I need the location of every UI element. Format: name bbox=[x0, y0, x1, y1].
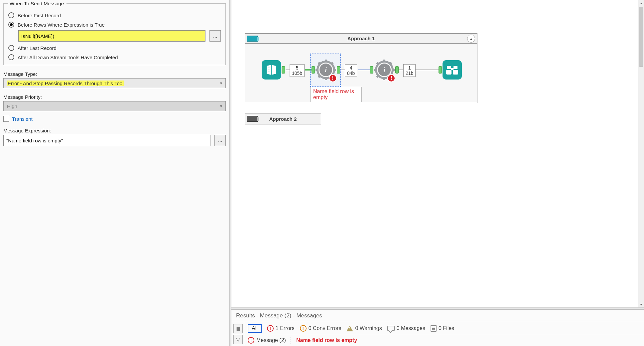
count-n: 5 bbox=[292, 65, 302, 71]
text-input-tool[interactable] bbox=[262, 60, 281, 80]
message-priority-label: Message Priority: bbox=[3, 94, 226, 100]
error-icon: ! bbox=[267, 325, 274, 332]
error-badge-icon: ! bbox=[329, 74, 337, 82]
when-to-send-fieldset: When To Send Message: Before First Recor… bbox=[3, 1, 226, 65]
right-pane: Approach 1 ▴ 5 bbox=[231, 0, 644, 346]
file-icon bbox=[431, 325, 437, 332]
radio-after-downstream[interactable]: After All Down Stream Tools Have Complet… bbox=[8, 54, 221, 60]
container-approach-1[interactable]: Approach 1 ▴ 5 bbox=[245, 33, 477, 103]
radio-icon bbox=[8, 12, 14, 18]
container-approach-2[interactable]: Approach 2 bbox=[245, 113, 321, 124]
workflow-canvas[interactable]: Approach 1 ▴ 5 bbox=[231, 0, 644, 307]
container-header[interactable]: Approach 2 bbox=[245, 113, 321, 124]
connection[interactable] bbox=[358, 70, 370, 70]
filter-messages[interactable]: 0 Messages bbox=[387, 325, 425, 331]
error-badge-icon: ! bbox=[387, 74, 395, 82]
record-count-badge: 1 21b bbox=[403, 64, 416, 77]
error-icon: ! bbox=[248, 337, 254, 344]
warning-icon bbox=[346, 326, 353, 331]
container-title: Approach 2 bbox=[269, 116, 297, 122]
radio-after-last[interactable]: After Last Record bbox=[8, 45, 221, 51]
message-priority-select: High ▾ bbox=[3, 101, 226, 111]
chevron-down-icon: ▾ bbox=[220, 104, 222, 108]
radio-icon bbox=[8, 45, 14, 51]
browse-tool[interactable] bbox=[443, 60, 462, 80]
svg-rect-24 bbox=[453, 66, 457, 69]
scroll-down-icon[interactable]: ▼ bbox=[638, 301, 644, 307]
vertical-scrollbar[interactable]: ▲ ▼ bbox=[638, 0, 644, 307]
connection[interactable] bbox=[415, 70, 439, 70]
svg-rect-17 bbox=[374, 69, 376, 71]
input-anchor[interactable] bbox=[312, 66, 315, 74]
message-type-value: Error - And Stop Passing Records Through… bbox=[7, 81, 124, 86]
connection[interactable] bbox=[341, 70, 345, 70]
output-anchor[interactable] bbox=[282, 66, 285, 74]
filter-errors[interactable]: ! 1 Errors bbox=[267, 325, 295, 332]
filter-files[interactable]: 0 Files bbox=[431, 325, 454, 332]
message-expression-input[interactable] bbox=[3, 135, 210, 146]
message-expression-row: ... bbox=[3, 135, 226, 146]
output-anchor[interactable] bbox=[395, 66, 399, 74]
radio-label: Before First Record bbox=[18, 13, 61, 18]
transient-label: Transient bbox=[12, 116, 33, 122]
message-tool-2[interactable]: i ! bbox=[374, 60, 395, 80]
expression-row: ... bbox=[18, 30, 221, 42]
filter-label: 1 Errors bbox=[276, 325, 295, 331]
connection[interactable] bbox=[286, 70, 290, 70]
radio-label: Before Rows Where Expression is True bbox=[18, 22, 105, 28]
message-expression-label: Message Expression: bbox=[3, 128, 226, 133]
config-panel: When To Send Message: Before First Recor… bbox=[0, 0, 229, 346]
message-icon bbox=[387, 326, 395, 331]
expression-input[interactable] bbox=[18, 30, 205, 42]
expression-builder-button[interactable]: ... bbox=[209, 30, 221, 42]
results-message-row[interactable]: ! Message (2) Name field row is empty bbox=[245, 335, 644, 346]
container-body: 5 105b bbox=[245, 44, 477, 103]
svg-rect-16 bbox=[383, 78, 385, 80]
container-handle-icon bbox=[247, 36, 258, 42]
filter-label: 0 Warnings bbox=[355, 325, 382, 331]
filter-icon[interactable]: ▽ bbox=[233, 335, 243, 344]
info-icon: i bbox=[320, 64, 332, 76]
svg-point-2 bbox=[269, 72, 270, 73]
filter-all[interactable]: All bbox=[248, 324, 262, 333]
svg-rect-25 bbox=[446, 70, 451, 75]
svg-rect-7 bbox=[316, 69, 318, 71]
svg-rect-8 bbox=[334, 69, 336, 71]
svg-rect-26 bbox=[453, 70, 458, 75]
scroll-up-icon[interactable]: ▲ bbox=[638, 0, 644, 6]
results-panel: Results - Message (2) - Messages ≣ ▽ All… bbox=[231, 309, 644, 346]
count-b: 84b bbox=[347, 71, 355, 76]
radio-before-expression[interactable]: Before Rows Where Expression is True bbox=[8, 22, 221, 28]
book-icon bbox=[265, 64, 277, 76]
message-type-select[interactable]: Error - And Stop Passing Records Through… bbox=[3, 78, 226, 88]
svg-point-1 bbox=[269, 70, 270, 71]
message-expression-builder-button[interactable]: ... bbox=[214, 135, 226, 146]
svg-point-0 bbox=[269, 68, 270, 69]
conv-error-icon: ! bbox=[300, 325, 307, 332]
input-anchor[interactable] bbox=[439, 66, 442, 74]
radio-label: After All Down Stream Tools Have Complet… bbox=[18, 55, 118, 60]
container-handle-icon bbox=[247, 116, 258, 122]
scroll-thumb[interactable] bbox=[639, 7, 643, 67]
filter-warnings[interactable]: 0 Warnings bbox=[346, 325, 382, 331]
radio-label: After Last Record bbox=[18, 45, 57, 51]
connection[interactable] bbox=[399, 70, 403, 70]
tool-annotation[interactable]: Name field row is empty bbox=[310, 87, 362, 102]
output-anchor[interactable] bbox=[337, 66, 340, 74]
when-legend: When To Send Message: bbox=[8, 1, 66, 6]
message-tool-1[interactable]: i ! bbox=[316, 60, 336, 80]
transient-checkbox-row[interactable]: Transient bbox=[3, 116, 226, 122]
message-priority-value: High bbox=[7, 103, 17, 109]
radio-icon bbox=[8, 54, 14, 60]
container-header[interactable]: Approach 1 ▴ bbox=[245, 34, 477, 44]
record-count-badge: 5 105b bbox=[290, 64, 305, 77]
radio-icon bbox=[8, 22, 14, 28]
collapse-up-icon[interactable]: ▴ bbox=[467, 35, 475, 43]
checkbox-icon bbox=[3, 116, 9, 122]
filter-conv-errors[interactable]: ! 0 Conv Errors bbox=[300, 325, 341, 332]
input-anchor[interactable] bbox=[370, 66, 373, 74]
radio-before-first[interactable]: Before First Record bbox=[8, 12, 221, 18]
svg-rect-27 bbox=[451, 68, 453, 70]
list-view-icon[interactable]: ≣ bbox=[233, 324, 243, 333]
filter-label: 0 Files bbox=[439, 325, 454, 331]
